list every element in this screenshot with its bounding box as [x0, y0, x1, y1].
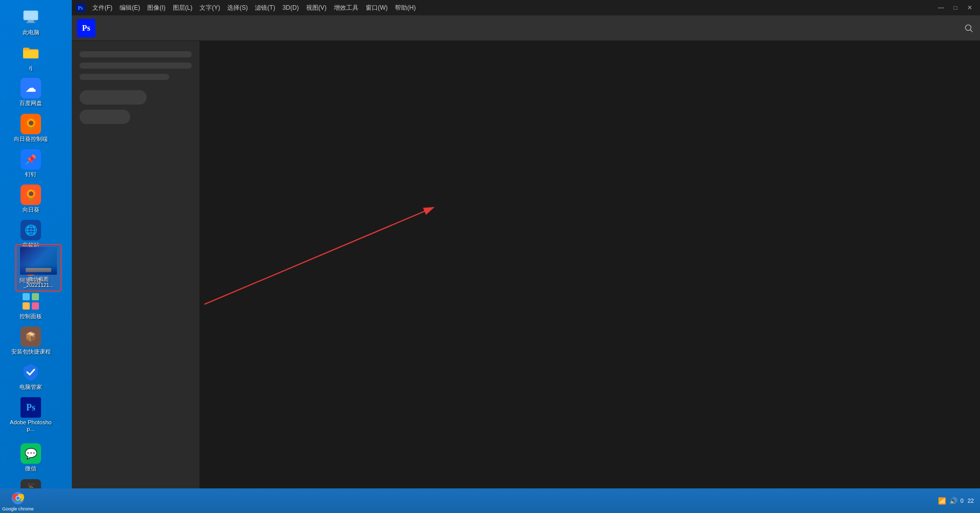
- ps-menu-plugins[interactable]: 增效工具: [331, 3, 362, 13]
- xiangrikui-label: 向日葵: [23, 207, 39, 213]
- svg-rect-6: [32, 302, 39, 310]
- ps-menu-image[interactable]: 图像(I): [144, 3, 168, 13]
- desktop-icon-baidu[interactable]: ☁ 百度网盘: [8, 76, 54, 109]
- svg-line-12: [970, 30, 972, 32]
- ps-menu-help[interactable]: 帮助(H): [392, 3, 419, 13]
- baidu-label: 百度网盘: [19, 100, 42, 107]
- ps-skeleton-line-2: [79, 63, 192, 69]
- ps-skeleton-line-3: [79, 74, 169, 80]
- desktop-icon-adobe-ps[interactable]: Ps Adobe Photoshop...: [8, 395, 54, 435]
- install-course-icon: 📦: [21, 326, 41, 347]
- ps-restore-button[interactable]: □: [949, 3, 962, 12]
- baidu-icon: ☁: [21, 78, 41, 98]
- taskbar-volume-icon: 🔊: [949, 497, 957, 505]
- taskbar-chrome-label: Google chrome: [2, 507, 34, 511]
- desktop-icons-area: 此电脑 rj ☁ 百度网盘 🌻 向日葵控制端: [0, 0, 62, 488]
- svg-rect-4: [32, 293, 39, 300]
- taskbar-network-icon: 📶: [938, 497, 946, 505]
- ps-titlebar: Ps 文件(F) 编辑(E) 图像(I) 图层(L) 文字(Y) 选择(S) 滤…: [72, 0, 980, 15]
- ps-logo: Ps: [77, 19, 95, 37]
- svg-point-17: [16, 497, 20, 500]
- taskbar-volume-value: 0: [961, 498, 964, 504]
- drag-file-thumbnail: [20, 247, 57, 275]
- taskbar-chrome-icon: [10, 490, 26, 506]
- desktop-icon-xiangrikui[interactable]: 🌻 向日葵: [8, 182, 54, 215]
- pc-manager-label: 电脑管家: [19, 384, 42, 391]
- ps-menu-3d[interactable]: 3D(D): [279, 3, 302, 12]
- install-course-label: 安装包快捷课程: [11, 348, 51, 355]
- dingding-icon: 📌: [21, 149, 41, 170]
- wechat-label: 微信: [25, 465, 36, 472]
- ps-toolbar: Ps: [72, 15, 980, 41]
- folder-icon: [21, 43, 41, 63]
- ps-canvas-area: [200, 41, 980, 488]
- ps-menu-view[interactable]: 视图(V): [303, 3, 330, 13]
- ps-sidebar: [72, 41, 200, 488]
- desktop-icon-pc-manager[interactable]: 电脑管家: [8, 360, 54, 393]
- svg-rect-5: [23, 302, 30, 310]
- ps-skeleton-lines-group: [79, 51, 192, 80]
- remote-icon: 🌻: [21, 114, 41, 134]
- ps-menu-edit[interactable]: 编辑(E): [116, 3, 143, 13]
- svg-rect-2: [26, 22, 35, 23]
- taskbar-time: 22: [968, 498, 974, 504]
- folder-icon-label: rj: [29, 65, 32, 71]
- svg-rect-1: [28, 20, 34, 22]
- desktop-icon-wechat[interactable]: 💬 微信: [8, 441, 54, 474]
- ps-menu-layer[interactable]: 图层(L): [170, 3, 196, 13]
- taskbar-sys-icons: 📶 🔊 0: [938, 497, 964, 505]
- control-panel-icon: [21, 291, 41, 312]
- ps-menu-filter[interactable]: 滤镜(T): [252, 3, 278, 13]
- taskbar-chrome-item[interactable]: Google chrome: [0, 488, 36, 513]
- ps-skeleton-btn-2: [79, 110, 130, 124]
- desktop-icon-dingding[interactable]: 📌 钉钉: [8, 147, 54, 180]
- wechat-icon: 💬: [21, 443, 41, 464]
- ps-menu-window[interactable]: 窗口(W): [363, 3, 391, 13]
- svg-rect-0: [24, 11, 38, 20]
- ps-menu-select[interactable]: 选择(S): [224, 3, 251, 13]
- ps-menu: 文件(F) 编辑(E) 图像(I) 图层(L) 文字(Y) 选择(S) 滤镜(T…: [89, 3, 419, 13]
- ps-skeleton-line-1: [79, 51, 192, 57]
- desktop-icon-folder[interactable]: rj: [8, 40, 54, 73]
- ps-titlebar-left: Ps 文件(F) 编辑(E) 图像(I) 图层(L) 文字(Y) 选择(S) 滤…: [76, 3, 419, 13]
- desktop-icon-remote[interactable]: 🌻 向日葵控制端: [8, 112, 54, 145]
- dingding-label: 钉钉: [25, 171, 36, 178]
- taskbar-right: 📶 🔊 0 22: [938, 497, 980, 505]
- desktop-icon-computer[interactable]: 此电脑: [8, 5, 54, 38]
- adobe-ps-label: Adobe Photoshop...: [10, 419, 52, 433]
- ps-menu-text[interactable]: 文字(Y): [196, 3, 223, 13]
- xiangrikui-icon: 🌻: [21, 184, 41, 205]
- dianzizhan-icon: 🌐: [21, 220, 41, 240]
- drag-file-label: 微信截图_20221121...: [18, 276, 58, 289]
- remote-label: 向日葵控制端: [14, 136, 48, 142]
- adobe-ps-icon: Ps: [21, 397, 41, 418]
- taskbar: Google chrome 📶 🔊 0 22: [0, 488, 980, 513]
- computer-icon: [21, 7, 41, 28]
- ps-close-button[interactable]: ✕: [964, 3, 976, 12]
- desktop: 此电脑 rj ☁ 百度网盘 🌻 向日葵控制端: [0, 0, 980, 513]
- drag-arrow: [200, 41, 980, 488]
- desktop-icon-install-course[interactable]: 📦 安装包快捷课程: [8, 324, 54, 357]
- desktop-icon-control-panel[interactable]: 控制面板: [8, 289, 54, 322]
- ps-window-buttons: — □ ✕: [935, 3, 976, 12]
- ps-menu-file[interactable]: 文件(F): [89, 3, 115, 13]
- taskbar-clock: 22: [968, 498, 974, 504]
- svg-rect-3: [23, 293, 30, 300]
- ps-skeleton-btns-group: [79, 90, 192, 124]
- ps-skeleton-btn-1: [79, 90, 147, 105]
- svg-line-14: [205, 208, 434, 304]
- photoshop-window: Ps 文件(F) 编辑(E) 图像(I) 图层(L) 文字(Y) 选择(S) 滤…: [72, 0, 980, 488]
- drag-file-item[interactable]: 微信截图_20221121...: [15, 244, 62, 292]
- pc-manager-icon: [21, 362, 41, 382]
- ps-minimize-button[interactable]: —: [935, 3, 947, 12]
- control-panel-label: 控制面板: [19, 313, 42, 320]
- ps-title-logo: Ps: [76, 3, 85, 12]
- ps-main-area: [72, 41, 980, 488]
- ps-search-button[interactable]: [963, 22, 975, 34]
- computer-icon-label: 此电脑: [23, 29, 39, 36]
